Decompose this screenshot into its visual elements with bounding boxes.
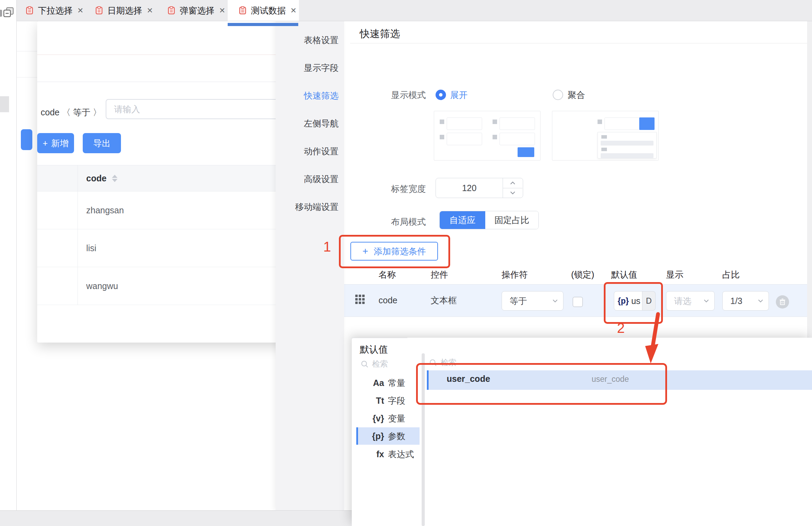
chevron-down-icon [553, 299, 558, 303]
add-filter-condition-button[interactable]: + 添加筛选条件 [350, 242, 438, 261]
popup-scrollbar[interactable] [422, 353, 425, 526]
table-row[interactable]: 1 zhangsan [37, 191, 306, 229]
col-header-display: 显示 [666, 268, 683, 281]
col-header-locked: (锁定) [571, 268, 594, 281]
table-row[interactable]: 2 lisi [37, 229, 306, 267]
label-width-value[interactable]: 120 [436, 178, 503, 198]
menu-item-left-nav[interactable]: 左侧导航 [304, 117, 339, 130]
left-toolbar-rail [0, 0, 17, 526]
category-field[interactable]: Tt 字段 [356, 392, 420, 409]
segment-adaptive[interactable]: 自适应 [440, 211, 485, 229]
category-label: 变量 [388, 413, 405, 424]
page-doc-icon [239, 6, 246, 15]
category-search-input[interactable]: 检索 [361, 359, 388, 369]
tab-modal-select[interactable]: 弹窗选择 × [168, 0, 225, 21]
tab-close-icon[interactable]: × [78, 6, 83, 15]
operator-select[interactable]: 等于 [502, 291, 563, 311]
lock-checkbox[interactable] [573, 297, 583, 307]
delete-filter-button[interactable] [776, 295, 789, 309]
label-width-stepper[interactable]: 120 [436, 178, 523, 198]
settings-drawer-menu: 表格设置 显示字段 快速筛选 左侧导航 动作设置 高级设置 移动端设置 [276, 21, 344, 510]
item-search-input[interactable]: 检索 [429, 357, 456, 368]
stepper-down-icon[interactable] [503, 188, 522, 198]
row-code-value: zhangsan [86, 205, 124, 215]
category-prefix: fx [356, 449, 384, 459]
display-placeholder: 请选 [674, 295, 691, 307]
parameter-value: user_code [592, 375, 629, 384]
category-prefix: {v} [356, 413, 384, 424]
col-header-name: 名称 [379, 268, 396, 281]
tab-close-icon[interactable]: × [291, 6, 296, 15]
title-divider [350, 43, 807, 43]
default-value-suffix[interactable]: D [642, 291, 656, 311]
tab-date-select[interactable]: 日期选择 × [96, 0, 153, 21]
stepper-up-icon[interactable] [503, 178, 522, 188]
drag-handle[interactable] [355, 295, 365, 304]
filter-control-cell: 文本框 [431, 294, 457, 306]
table-row[interactable]: 3 wangwu [37, 267, 306, 305]
canvas-row-line [17, 77, 37, 77]
menu-item-mobile-settings[interactable]: 移动端设置 [295, 200, 339, 213]
dialog-row-line [37, 55, 306, 55]
code-header-label: code [86, 173, 106, 183]
search-icon [429, 359, 437, 367]
expand-mode-preview [434, 111, 541, 161]
radio-expand[interactable] [436, 90, 446, 100]
tab-label[interactable]: 下拉选择 [38, 5, 73, 16]
ratio-select[interactable]: 1/3 [722, 291, 769, 311]
default-value-input[interactable]: {p} us [614, 291, 642, 311]
canvas-row-line [17, 51, 37, 51]
menu-item-display-fields[interactable]: 显示字段 [304, 61, 339, 74]
col-header-control: 控件 [431, 268, 448, 281]
annotation-step-1: 1 [323, 239, 331, 255]
bottom-status-strip [0, 510, 352, 526]
display-select[interactable]: 请选 [666, 291, 715, 311]
radio-expand-label[interactable]: 展开 [450, 89, 468, 101]
tab-test-data-active[interactable]: 测试数据 × [239, 0, 296, 21]
export-button[interactable]: 导出 [83, 133, 121, 153]
row-code-value: lisi [86, 243, 96, 253]
export-label: 导出 [93, 138, 111, 149]
row-code-value: wangwu [86, 281, 118, 291]
page-doc-icon [26, 6, 33, 15]
tab-label[interactable]: 日期选择 [107, 5, 142, 16]
tab-label[interactable]: 测试数据 [251, 5, 286, 16]
add-record-label: 新增 [51, 138, 68, 149]
chevron-down-icon [758, 299, 763, 303]
sort-icon[interactable] [112, 175, 117, 182]
col-header-ratio: 占比 [722, 268, 740, 281]
category-variable[interactable]: {v} 变量 [356, 410, 420, 427]
rail-selection-band [0, 96, 9, 112]
default-value-text: us [631, 296, 640, 306]
layout-mode-label: 布局模式 [344, 215, 426, 228]
popup-title: 默认值 [360, 343, 388, 356]
radio-aggregate[interactable] [553, 90, 563, 100]
add-filter-label: 添加筛选条件 [374, 246, 426, 257]
category-parameter-active[interactable]: {p} 参数 [356, 427, 420, 445]
segment-fixed-ratio[interactable]: 固定占比 [485, 211, 538, 229]
category-label: 参数 [388, 430, 405, 442]
category-expression[interactable]: fx 表达式 [356, 445, 420, 463]
plus-icon: + [363, 246, 368, 257]
filter-field-label: code 〈 等于 〉 [41, 107, 102, 118]
add-record-button[interactable]: +新增 [37, 133, 74, 153]
tab-dropdown-select[interactable]: 下拉选择 × [26, 0, 83, 21]
radio-aggregate-label[interactable]: 聚合 [568, 89, 585, 101]
restore-window-icon[interactable] [3, 7, 15, 18]
annotation-arrow-icon [636, 309, 667, 367]
menu-item-table-settings[interactable]: 表格设置 [304, 34, 339, 46]
tab-close-icon[interactable]: × [219, 6, 225, 15]
layout-mode-segment: 自适应 固定占比 [439, 211, 539, 229]
category-constant[interactable]: Aa 常量 [356, 374, 420, 392]
aggregate-mode-preview [552, 111, 659, 161]
tab-label[interactable]: 弹窗选择 [180, 5, 214, 16]
input-placeholder: 请输入 [114, 104, 140, 115]
menu-item-action-settings[interactable]: 动作设置 [304, 145, 339, 157]
label-width-label: 标签宽度 [344, 182, 426, 195]
tab-close-icon[interactable]: × [147, 6, 153, 15]
search-placeholder: 检索 [372, 359, 388, 369]
code-column-header[interactable]: code [78, 165, 306, 191]
param-badge: {p} [618, 296, 629, 306]
menu-item-advanced-settings[interactable]: 高级设置 [304, 173, 339, 185]
menu-item-quick-filter[interactable]: 快速筛选 [304, 89, 339, 102]
